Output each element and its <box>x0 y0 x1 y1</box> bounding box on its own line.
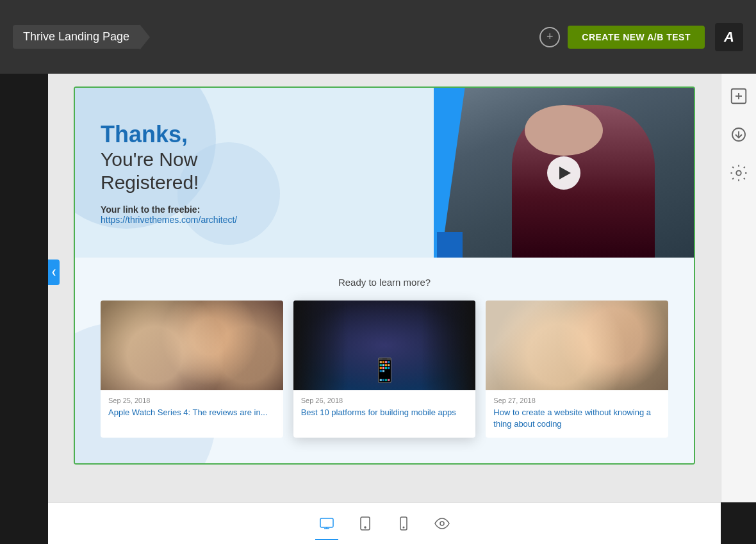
card-1-image <box>101 301 283 390</box>
canvas-area: Thanks, You're NowRegistered! Your link … <box>48 74 721 502</box>
page-title-container: Thrive Landing Page <box>13 24 539 50</box>
right-sidebar <box>721 74 756 502</box>
content-section: Ready to learn more? Sep 25, 2018 Apple … <box>75 258 694 463</box>
hero-subtitle: You're NowRegistered! <box>101 148 408 194</box>
desktop-view-button[interactable] <box>315 512 338 535</box>
card-3-image <box>486 301 668 390</box>
hero-left: Thanks, You're NowRegistered! Your link … <box>75 88 434 258</box>
video-play-button[interactable] <box>547 156 580 190</box>
card-1: Sep 25, 2018 Apple Watch Series 4: The r… <box>101 301 283 438</box>
card-1-title[interactable]: Apple Watch Series 4: The reviews are in… <box>101 407 283 426</box>
hero-section: Thanks, You're NowRegistered! Your link … <box>75 88 694 258</box>
svg-point-5 <box>736 170 741 176</box>
cards-row: Sep 25, 2018 Apple Watch Series 4: The r… <box>101 301 668 438</box>
svg-point-13 <box>440 522 444 525</box>
hero-freebie-link[interactable]: https://thrivethemes.com/architect/ <box>101 215 408 225</box>
sidebar-toggle[interactable]: ❮ <box>48 260 60 285</box>
top-bar: Thrive Landing Page + CREATE NEW A/B TES… <box>0 0 756 74</box>
card-1-date: Sep 25, 2018 <box>101 390 283 407</box>
create-ab-button[interactable]: CREATE NEW A/B TEST <box>568 26 705 49</box>
add-icon[interactable] <box>729 87 748 106</box>
page-title: Thrive Landing Page <box>13 25 140 49</box>
settings-icon[interactable] <box>729 163 748 183</box>
create-btn-container: + CREATE NEW A/B TEST <box>539 26 705 49</box>
card-3-date: Sep 27, 2018 <box>486 390 668 407</box>
ready-label: Ready to learn more? <box>101 277 668 288</box>
tablet-view-button[interactable] <box>354 512 377 535</box>
hero-right <box>434 88 694 258</box>
bottom-toolbar <box>48 502 721 544</box>
preview-button[interactable] <box>431 512 454 535</box>
plus-icon[interactable]: + <box>539 27 560 47</box>
hero-blue-accent-bar2 <box>437 232 463 258</box>
card-2-title[interactable]: Best 10 platforms for building mobile ap… <box>293 407 476 426</box>
svg-point-12 <box>403 527 404 528</box>
play-triangle-icon <box>559 167 571 179</box>
card-2-date: Sep 26, 2018 <box>293 390 476 407</box>
mobile-view-button[interactable] <box>392 512 415 535</box>
hero-freebie-label: Your link to the freebie: <box>101 204 408 215</box>
title-arrow <box>140 24 150 50</box>
card-3-title[interactable]: How to create a website without knowing … <box>486 407 668 438</box>
svg-point-10 <box>365 527 366 528</box>
card-2-image <box>293 301 476 390</box>
download-icon[interactable] <box>729 125 748 144</box>
card-2: Sep 26, 2018 Best 10 platforms for build… <box>293 301 476 438</box>
hero-thanks: Thanks, <box>101 121 408 148</box>
svg-rect-6 <box>320 518 333 527</box>
page-content: Thanks, You're NowRegistered! Your link … <box>74 87 695 465</box>
logo-icon: A <box>715 23 743 51</box>
card-3: Sep 27, 2018 How to create a website wit… <box>486 301 668 438</box>
